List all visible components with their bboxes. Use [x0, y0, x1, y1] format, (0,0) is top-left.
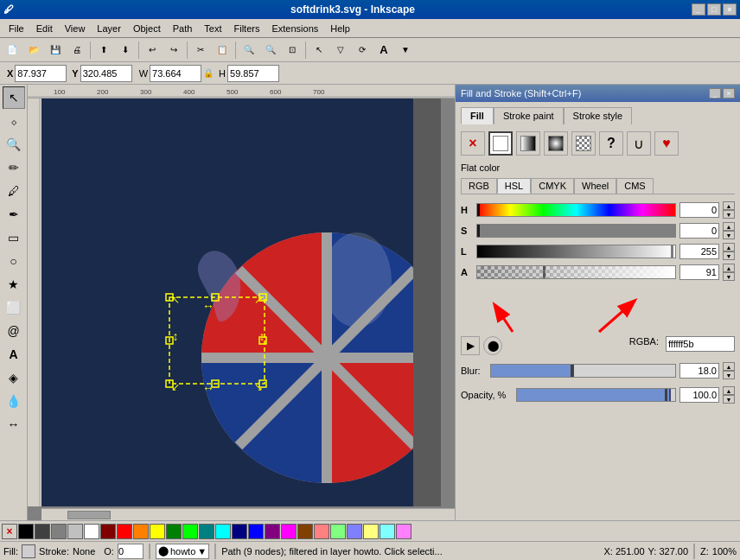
palette-brown[interactable]: [297, 524, 313, 539]
palette-gray[interactable]: [51, 524, 67, 539]
palette-cyan[interactable]: [215, 524, 231, 539]
color-tab-cms[interactable]: CMS: [616, 178, 653, 194]
lock-icon[interactable]: 🔒: [203, 68, 214, 78]
palette-red[interactable]: [117, 524, 132, 539]
h-slider-track[interactable]: [476, 203, 676, 217]
undo-button[interactable]: ↩: [142, 40, 163, 60]
menu-file[interactable]: File: [3, 22, 29, 35]
h-up[interactable]: ▲: [723, 201, 735, 210]
opacity-up[interactable]: ▲: [723, 386, 735, 395]
text-tool-btn[interactable]: A: [373, 40, 394, 60]
maximize-button[interactable]: □: [707, 3, 721, 16]
opacity-input[interactable]: [679, 387, 719, 403]
palette-black[interactable]: [18, 524, 34, 539]
unset-paint-button[interactable]: ∪: [627, 131, 651, 156]
pencil-tool[interactable]: ✏: [3, 156, 25, 179]
palette-navy[interactable]: [232, 524, 247, 539]
copy-button[interactable]: ✂: [190, 40, 211, 60]
layer-dropdown-icon[interactable]: ▼: [197, 546, 207, 557]
text-tool[interactable]: A: [3, 343, 25, 366]
color-tab-cmyk[interactable]: CMYK: [531, 178, 574, 194]
palette-magenta[interactable]: [281, 524, 297, 539]
hscroll-thumb[interactable]: [67, 511, 111, 519]
calligraphy-tool[interactable]: ✒: [3, 203, 25, 226]
palette-darkgreen[interactable]: [166, 524, 182, 539]
tab-fill[interactable]: Fill: [461, 107, 494, 124]
x-input[interactable]: [15, 65, 67, 82]
palette-teal[interactable]: [199, 524, 214, 539]
new-button[interactable]: 📄: [2, 40, 22, 60]
radial-gradient-button[interactable]: [544, 131, 568, 156]
selector-tool[interactable]: ↖: [3, 86, 25, 109]
open-button[interactable]: 📂: [23, 40, 44, 60]
menu-filters[interactable]: Filters: [229, 22, 265, 35]
node-tool[interactable]: ▽: [330, 40, 351, 60]
s-input[interactable]: [679, 223, 719, 239]
horizontal-scrollbar[interactable]: [41, 508, 455, 520]
no-paint-button[interactable]: ×: [461, 131, 485, 156]
color-tab-wheel[interactable]: Wheel: [574, 178, 616, 194]
heart-button[interactable]: ♥: [654, 131, 679, 156]
palette-pink[interactable]: [314, 524, 329, 539]
linear-gradient-button[interactable]: [516, 131, 540, 156]
pattern-button[interactable]: [571, 131, 596, 156]
save-button[interactable]: 💾: [45, 40, 66, 60]
a-down[interactable]: ▼: [723, 272, 735, 281]
palette-white[interactable]: [84, 524, 99, 539]
l-down[interactable]: ▼: [723, 251, 735, 260]
palette-yellow[interactable]: [150, 524, 165, 539]
canvas-area[interactable]: 100 200 300 400 500 600 700: [28, 85, 455, 520]
palette-lightmagenta[interactable]: [396, 524, 411, 539]
l-slider-track[interactable]: [476, 245, 676, 258]
play-button[interactable]: ▶: [461, 336, 480, 355]
export-button[interactable]: ⬇: [115, 40, 136, 60]
menu-help[interactable]: Help: [325, 22, 355, 35]
a-up[interactable]: ▲: [723, 264, 735, 272]
palette-orange[interactable]: [133, 524, 149, 539]
minimize-button[interactable]: _: [692, 3, 705, 16]
a-input[interactable]: [679, 264, 719, 280]
menu-edit[interactable]: Edit: [31, 22, 58, 35]
a-slider-track[interactable]: [476, 265, 676, 279]
star-tool[interactable]: ★: [3, 273, 25, 296]
s-slider-track[interactable]: [476, 224, 676, 238]
select-tool[interactable]: ↖: [309, 40, 329, 60]
menu-text[interactable]: Text: [199, 22, 226, 35]
palette-green[interactable]: [182, 524, 198, 539]
h-input[interactable]: [679, 202, 719, 218]
palette-lightcyan[interactable]: [380, 524, 395, 539]
connector-tool[interactable]: ↔: [3, 413, 25, 436]
palette-darkred[interactable]: [100, 524, 116, 539]
rect-tool[interactable]: ▭: [3, 226, 25, 249]
tab-stroke-paint[interactable]: Stroke paint: [494, 107, 564, 124]
menu-view[interactable]: View: [60, 22, 91, 35]
rgba-input[interactable]: [666, 336, 735, 352]
print-button[interactable]: 🖨: [67, 40, 87, 60]
flat-color-button[interactable]: [488, 131, 513, 156]
blur-down[interactable]: ▼: [723, 371, 735, 379]
paste-button[interactable]: 📋: [212, 40, 233, 60]
blur-input[interactable]: [679, 363, 719, 379]
palette-periwinkle[interactable]: [347, 524, 362, 539]
zoom-tool[interactable]: 🔍: [3, 133, 25, 156]
zoom-in-button[interactable]: 🔍: [239, 40, 259, 60]
import-button[interactable]: ⬆: [93, 40, 114, 60]
spiral-tool[interactable]: @: [3, 320, 25, 342]
panel-close[interactable]: ×: [723, 88, 735, 99]
o-input[interactable]: [118, 544, 144, 559]
transform-tool[interactable]: ⟳: [352, 40, 373, 60]
no-color-swatch[interactable]: ×: [2, 524, 17, 539]
3d-box-tool[interactable]: ⬜: [3, 296, 25, 319]
zoom-fit-button[interactable]: ⊡: [282, 40, 303, 60]
stop-button[interactable]: ⬤: [483, 336, 502, 355]
blur-slider-track[interactable]: [490, 364, 676, 378]
palette-blue[interactable]: [248, 524, 264, 539]
close-button[interactable]: ×: [723, 3, 737, 16]
menu-layer[interactable]: Layer: [92, 22, 126, 35]
ellipse-tool[interactable]: ○: [3, 250, 25, 272]
gradient-tool[interactable]: ◈: [3, 366, 25, 389]
menu-path[interactable]: Path: [168, 22, 198, 35]
palette-purple[interactable]: [265, 524, 280, 539]
palette-darkgray[interactable]: [35, 524, 50, 539]
y-input[interactable]: [80, 65, 132, 82]
